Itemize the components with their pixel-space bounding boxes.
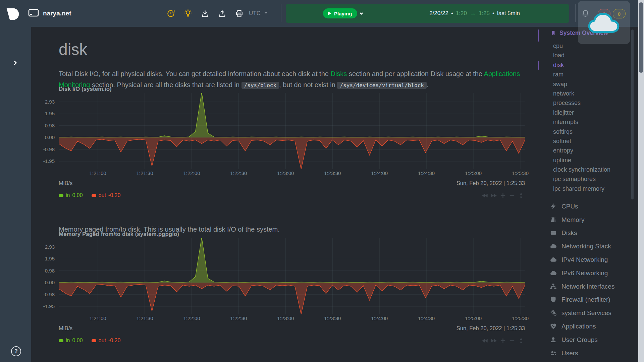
menu-section-label: Disks (561, 229, 577, 237)
description-text: Total Disk I/O, for all physical disks. … (59, 70, 330, 77)
cloud-sync-icon[interactable] (586, 10, 621, 37)
y-tick-label: -1.95 (43, 303, 55, 309)
submenu-item-load[interactable]: load (553, 51, 610, 60)
legend-value: 0.00 (72, 192, 83, 198)
legend-swatch (92, 339, 96, 342)
menu-section-firewall-netfilter-[interactable]: Firewall (netfilter) (550, 293, 614, 307)
chart-grid (59, 238, 525, 314)
scrollbar-thumb[interactable] (639, 2, 643, 73)
legend-item-out[interactable]: out-0.20 (92, 192, 121, 198)
menu-section-applications[interactable]: Applications (550, 320, 614, 333)
zoom-out-icon[interactable] (508, 192, 516, 199)
zoom-out-icon[interactable] (508, 337, 516, 345)
submenu-item-ipc-shared-memory[interactable]: ipc shared memory (553, 184, 610, 193)
play-state-label: Playing (334, 11, 352, 16)
legend-name: out (99, 338, 106, 344)
download-icon[interactable] (201, 9, 210, 18)
netdata-logo-icon[interactable] (6, 7, 20, 21)
date-range-picker[interactable]: 2/20/22 • 1:20 → 1:25 • last 5min (429, 4, 520, 23)
play-options-chevron-icon[interactable] (359, 11, 364, 17)
menu-section-label: Network Interfaces (561, 283, 614, 290)
menu-section-users[interactable]: Users (550, 347, 614, 360)
time-controls-panel: Playing 2/20/22 • 1:20 → 1:25 • last 5mi… (286, 4, 569, 23)
node-icon (28, 8, 39, 18)
x-tick-label: 1:21:00 (90, 170, 106, 176)
submenu-item-swap[interactable]: swap (553, 79, 610, 89)
node-selector[interactable]: narya.net (28, 0, 71, 27)
menu-section-ipv4-networking[interactable]: IPv4 Networking (550, 253, 614, 266)
timezone-selector[interactable]: UTC (249, 0, 268, 27)
zoom-in-icon[interactable] (499, 192, 507, 199)
y-tick-label: 1.95 (45, 111, 55, 116)
fast-forward-icon[interactable] (490, 192, 498, 199)
menu-scrollbar-thumb[interactable] (631, 29, 634, 199)
submenu-item-network[interactable]: network (553, 89, 610, 98)
menu-section-memory[interactable]: Memory (550, 213, 614, 227)
series-out-line (59, 139, 525, 169)
menu-section-cpus[interactable]: CPUs (550, 200, 614, 213)
submenu-item-softirqs[interactable]: softirqs (553, 127, 610, 136)
x-axis: 1:21:001:21:301:22:001:22:301:23:001:23:… (59, 170, 525, 176)
legend-item-in[interactable]: in0.00 (59, 338, 83, 344)
play-button[interactable]: Playing (323, 8, 357, 18)
cloud-icon (550, 256, 557, 263)
menu-section-ipv6-networking[interactable]: IPv6 Networking (550, 266, 614, 280)
resize-icon[interactable] (517, 337, 525, 345)
menu-section-network-interfaces[interactable]: Network Interfaces (550, 280, 614, 293)
refresh-alert-icon[interactable] (166, 9, 175, 18)
upload-icon[interactable] (218, 9, 227, 18)
menu-section-user-groups[interactable]: User Groups (550, 333, 614, 347)
range-separator: • (451, 10, 453, 17)
chart-title: Memory Paged from/to disk (system.pgpgio… (59, 231, 525, 238)
chevron-right-icon[interactable] (12, 60, 18, 67)
chart-pgpgio: Memory Paged from/to disk (system.pgpgio… (59, 231, 525, 347)
rewind-icon[interactable] (481, 192, 489, 199)
submenu-item-idlejitter[interactable]: idlejitter (553, 108, 610, 117)
y-tick-label: 0.00 (45, 280, 55, 285)
link-disks[interactable]: Disks (330, 70, 347, 77)
top-bar: narya.net UTC (0, 0, 638, 27)
y-tick-label: -0.98 (43, 146, 55, 152)
x-tick-label: 1:23:30 (324, 170, 341, 176)
cloud-icon (550, 269, 557, 277)
submenu-item-entropy[interactable]: entropy (553, 146, 610, 155)
page-title: disk (59, 40, 87, 59)
menu-section-networking-stack[interactable]: Networking Stack (550, 240, 614, 253)
y-tick-label: 2.93 (45, 244, 55, 250)
bulb-icon[interactable] (183, 9, 193, 18)
print-icon[interactable] (235, 9, 244, 18)
fast-forward-icon[interactable] (490, 337, 498, 345)
resize-icon[interactable] (517, 192, 525, 199)
menu-section-systemd-services[interactable]: systemd Services (550, 306, 614, 320)
legend-item-in[interactable]: in0.00 (59, 192, 83, 198)
toolbar-icons (166, 0, 244, 27)
range-to: 1:25 (479, 10, 490, 17)
chart-title: Disk I/O (system.io) (59, 86, 525, 93)
menu-section-label: systemd Services (561, 309, 611, 317)
legend-name: out (99, 192, 106, 198)
submenu-item-softnet[interactable]: softnet (553, 136, 610, 146)
submenu-item-processes[interactable]: processes (553, 98, 610, 108)
menu-section-label: Memory (561, 216, 585, 224)
menu-section-disks[interactable]: Disks (550, 227, 614, 240)
legend-item-out[interactable]: out-0.20 (92, 338, 121, 344)
zoom-in-icon[interactable] (499, 337, 507, 345)
submenu-item-interrupts[interactable]: interrupts (553, 117, 610, 127)
submenu-item-ram[interactable]: ram (553, 70, 610, 79)
submenu-item-ipc-semaphores[interactable]: ipc semaphores (553, 174, 610, 184)
x-tick-label: 1:21:30 (136, 170, 153, 176)
chart-canvas[interactable] (59, 93, 525, 169)
submenu-item-uptime[interactable]: uptime (553, 156, 610, 165)
help-icon[interactable]: ? (11, 346, 21, 356)
memory-icon (550, 216, 557, 224)
rewind-icon[interactable] (481, 337, 489, 345)
y-tick-label: -1.95 (43, 158, 55, 164)
y-tick-label: -0.98 (43, 292, 55, 297)
submenu-item-clock-synchronization[interactable]: clock synchronization (553, 165, 610, 174)
timezone-label: UTC (249, 10, 261, 17)
menu-submenu: cpuloaddiskramswapnetworkprocessesidleji… (553, 41, 610, 193)
chart-canvas[interactable] (59, 238, 525, 314)
submenu-item-disk[interactable]: disk (553, 60, 610, 70)
y-tick-label: 0.98 (45, 123, 55, 128)
bookmark-icon (550, 30, 556, 36)
